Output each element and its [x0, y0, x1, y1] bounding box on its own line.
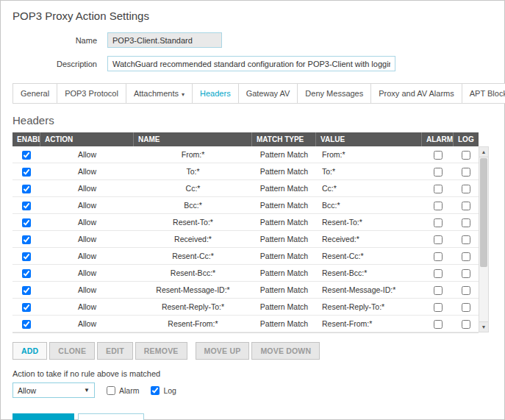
- row-alarm-checkbox[interactable]: [434, 303, 443, 312]
- column-header-alarm: ALARM: [422, 132, 454, 146]
- table-row[interactable]: Allow To:* Pattern Match To:*: [12, 163, 479, 180]
- row-enabled-cell: [12, 302, 40, 311]
- row-enabled-cell: [12, 268, 40, 277]
- remove-button[interactable]: REMOVE: [135, 342, 187, 360]
- row-log-cell: [454, 318, 479, 328]
- tab-proxy-and-av-alarms[interactable]: Proxy and AV Alarms: [370, 83, 462, 104]
- row-enabled-checkbox[interactable]: [22, 320, 31, 329]
- row-alarm-cell: [422, 285, 454, 294]
- tab-apt-blocker[interactable]: APT Blocker: [462, 83, 505, 104]
- row-log-checkbox[interactable]: [462, 235, 470, 244]
- row-alarm-cell: [422, 217, 454, 227]
- alarm-checkbox[interactable]: [107, 386, 115, 395]
- row-log-cell: [454, 166, 479, 176]
- column-header-log: LOG: [454, 132, 479, 146]
- clone-button[interactable]: CLONE: [49, 342, 95, 360]
- row-enabled-checkbox[interactable]: [22, 269, 31, 278]
- row-alarm-cell: [422, 302, 454, 311]
- vertical-scrollbar[interactable]: ▲ ▼: [479, 146, 489, 332]
- row-alarm-checkbox[interactable]: [434, 151, 443, 160]
- row-log-cell: [454, 302, 479, 311]
- tab-label: General: [21, 89, 49, 98]
- row-enabled-checkbox[interactable]: [22, 185, 31, 193]
- save-button[interactable]: SAVE: [12, 413, 74, 420]
- row-match-type-cell: Pattern Match: [252, 252, 316, 260]
- row-match-type-cell: Pattern Match: [252, 319, 316, 328]
- tab-gateway-av[interactable]: Gateway AV: [238, 83, 298, 104]
- headers-table: ENABLED ACTION NAME MATCH TYPE VALUE ALA…: [12, 132, 489, 333]
- row-value-cell: From:*: [316, 150, 422, 159]
- row-enabled-checkbox[interactable]: [22, 286, 31, 295]
- scroll-down-button[interactable]: ▼: [479, 321, 488, 332]
- alarm-checkbox-label[interactable]: Alarm: [107, 386, 139, 395]
- tab-attachments[interactable]: Attachments▾: [126, 83, 193, 104]
- row-alarm-checkbox[interactable]: [434, 168, 443, 177]
- row-action-cell: Allow: [40, 167, 134, 176]
- row-alarm-checkbox[interactable]: [434, 218, 443, 227]
- scroll-up-button[interactable]: ▲: [479, 147, 488, 157]
- move-up-button[interactable]: MOVE UP: [196, 342, 250, 360]
- row-name-cell: Resent-Message-ID:*: [134, 285, 252, 294]
- page-title: POP3 Proxy Action Settings: [12, 10, 493, 22]
- tab-headers[interactable]: Headers: [192, 83, 239, 104]
- row-match-type-cell: Pattern Match: [252, 302, 316, 311]
- row-alarm-checkbox[interactable]: [434, 252, 443, 261]
- row-enabled-checkbox[interactable]: [22, 202, 31, 210]
- row-alarm-checkbox[interactable]: [434, 286, 443, 295]
- row-log-checkbox[interactable]: [462, 185, 470, 193]
- row-value-cell: Received:*: [316, 235, 422, 243]
- row-enabled-checkbox[interactable]: [22, 303, 31, 312]
- row-alarm-checkbox[interactable]: [434, 185, 443, 193]
- table-row[interactable]: Allow Resent-From:* Pattern Match Resent…: [12, 316, 479, 332]
- tab-general[interactable]: General: [12, 83, 57, 104]
- row-log-checkbox[interactable]: [462, 269, 470, 278]
- row-log-checkbox[interactable]: [462, 320, 470, 329]
- row-alarm-checkbox[interactable]: [434, 320, 443, 329]
- table-row[interactable]: Allow From:* Pattern Match From:*: [12, 146, 479, 163]
- row-alarm-checkbox[interactable]: [434, 235, 443, 244]
- log-checkbox-label[interactable]: Log: [151, 386, 176, 395]
- row-log-cell: [454, 149, 479, 159]
- row-enabled-checkbox[interactable]: [22, 168, 31, 177]
- log-checkbox[interactable]: [151, 386, 160, 395]
- table-row[interactable]: Allow Resent-Message-ID:* Pattern Match …: [12, 282, 479, 299]
- row-log-checkbox[interactable]: [462, 202, 470, 210]
- row-enabled-checkbox[interactable]: [22, 151, 31, 160]
- row-log-checkbox[interactable]: [462, 218, 470, 227]
- description-input[interactable]: [107, 56, 395, 71]
- row-log-cell: [454, 183, 479, 193]
- tab-deny-messages[interactable]: Deny Messages: [297, 83, 371, 104]
- row-value-cell: Cc:*: [316, 184, 422, 193]
- add-button[interactable]: ADD: [12, 342, 47, 360]
- table-row[interactable]: Allow Cc:* Pattern Match Cc:*: [12, 180, 479, 197]
- table-row[interactable]: Allow Bcc:* Pattern Match Bcc:*: [12, 197, 479, 214]
- row-log-checkbox[interactable]: [462, 168, 470, 177]
- table-row[interactable]: Allow Resent-Reply-To:* Pattern Match Re…: [12, 299, 479, 316]
- table-row[interactable]: Allow Resent-Cc:* Pattern Match Resent-C…: [12, 248, 479, 265]
- edit-button[interactable]: EDIT: [97, 342, 133, 360]
- row-log-checkbox[interactable]: [462, 303, 470, 312]
- row-alarm-checkbox[interactable]: [434, 202, 443, 210]
- tab-pop3-protocol[interactable]: POP3 Protocol: [57, 83, 126, 104]
- row-alarm-cell: [422, 268, 454, 277]
- row-enabled-checkbox[interactable]: [22, 235, 31, 244]
- cancel-button[interactable]: CANCEL: [78, 413, 144, 420]
- row-log-cell: [454, 234, 479, 243]
- scrollbar-thumb[interactable]: [480, 158, 487, 267]
- row-log-checkbox[interactable]: [462, 286, 470, 295]
- row-match-type-cell: Pattern Match: [252, 285, 316, 294]
- row-enabled-checkbox[interactable]: [22, 218, 31, 227]
- table-row[interactable]: Allow Resent-To:* Pattern Match Resent-T…: [12, 214, 479, 231]
- row-value-cell: Resent-Bcc:*: [316, 268, 422, 277]
- move-down-button[interactable]: MOVE DOWN: [251, 342, 320, 360]
- row-name-cell: Bcc:*: [134, 201, 252, 210]
- table-row[interactable]: Allow Resent-Bcc:* Pattern Match Resent-…: [12, 265, 479, 282]
- row-alarm-checkbox[interactable]: [434, 269, 443, 278]
- table-row[interactable]: Allow Received:* Pattern Match Received:…: [12, 231, 479, 248]
- no-match-action-select[interactable]: Allow ▼: [12, 382, 95, 398]
- row-log-checkbox[interactable]: [462, 252, 470, 261]
- name-input[interactable]: [107, 32, 222, 48]
- row-name-cell: Resent-From:*: [134, 319, 252, 328]
- row-log-checkbox[interactable]: [462, 151, 470, 160]
- row-enabled-checkbox[interactable]: [22, 252, 31, 261]
